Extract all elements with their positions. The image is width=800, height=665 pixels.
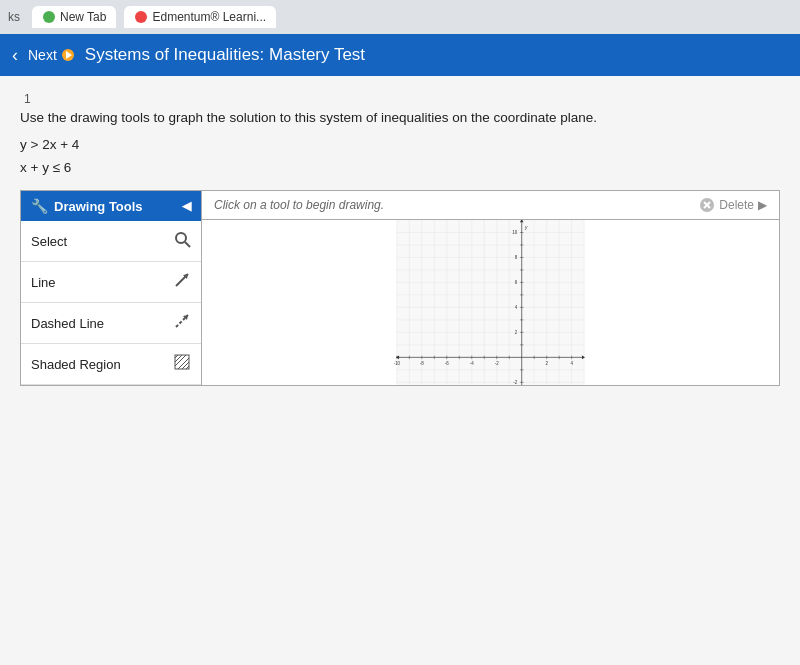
svg-text:y: y [524, 225, 528, 230]
tools-header-label: Drawing Tools [54, 199, 143, 214]
tool-line[interactable]: Line [21, 262, 201, 303]
svg-text:-6: -6 [445, 361, 449, 366]
edmentum-tab-icon [134, 10, 148, 24]
app-header: ‹ Next Systems of Inequalities: Mastery … [0, 34, 800, 76]
inequality-2: x + y ≤ 6 [20, 157, 780, 180]
graph-svg: -10 -8 -6 -4 -2 2 4 [202, 220, 779, 385]
tool-select-label: Select [31, 234, 67, 249]
right-panel: Click on a tool to begin drawing. Delete… [202, 190, 780, 386]
wrench-icon: 🔧 [31, 198, 48, 214]
new-tab-icon [42, 10, 56, 24]
delete-label: Delete [719, 198, 754, 212]
svg-rect-10 [175, 355, 189, 369]
svg-line-5 [185, 242, 190, 247]
delete-icon [699, 197, 715, 213]
svg-text:-8: -8 [420, 361, 424, 366]
tool-line-label: Line [31, 275, 56, 290]
content-area: 1 Use the drawing tools to graph the sol… [0, 76, 800, 665]
svg-line-12 [175, 355, 182, 362]
svg-rect-20 [397, 220, 584, 385]
back-nav-text: ks [8, 10, 20, 24]
drawing-area: 🔧 Drawing Tools ◀ Select Line Dashed Lin… [20, 190, 780, 386]
question-instruction: Use the drawing tools to graph the solut… [20, 108, 780, 128]
tool-select[interactable]: Select [21, 221, 201, 262]
page-title: Systems of Inequalities: Mastery Test [85, 45, 365, 65]
tab-new-tab[interactable]: New Tab [32, 6, 116, 28]
svg-line-15 [182, 362, 189, 369]
svg-text:-2: -2 [513, 380, 517, 385]
select-tool-icon [173, 230, 191, 252]
shaded-region-tool-icon [173, 353, 191, 375]
dashed-line-tool-icon [173, 312, 191, 334]
next-button[interactable]: Next [28, 47, 75, 63]
hint-bar: Click on a tool to begin drawing. Delete… [202, 190, 780, 220]
coordinate-graph[interactable]: -10 -8 -6 -4 -2 2 4 [202, 220, 780, 386]
back-button[interactable]: ‹ [12, 45, 18, 66]
next-label: Next [28, 47, 57, 63]
svg-text:-2: -2 [495, 361, 499, 366]
line-tool-icon [173, 271, 191, 293]
svg-point-0 [43, 11, 55, 23]
svg-text:-10: -10 [394, 361, 401, 366]
hint-text: Click on a tool to begin drawing. [214, 198, 384, 212]
drawing-tools-panel: 🔧 Drawing Tools ◀ Select Line Dashed Lin… [20, 190, 202, 386]
collapse-icon[interactable]: ◀ [182, 199, 191, 213]
forward-arrow-icon: ▶ [758, 198, 767, 212]
delete-button[interactable]: Delete ▶ [699, 197, 767, 213]
tab2-label: Edmentum® Learni... [152, 10, 266, 24]
svg-point-4 [176, 233, 186, 243]
tab-bar: ks New Tab Edmentum® Learni... [0, 0, 800, 34]
question-number: 1 [24, 92, 780, 106]
tool-dashed-line[interactable]: Dashed Line [21, 303, 201, 344]
tools-header: 🔧 Drawing Tools ◀ [21, 191, 201, 221]
next-icon [61, 48, 75, 62]
tool-dashed-line-label: Dashed Line [31, 316, 104, 331]
svg-text:10: 10 [512, 230, 517, 235]
tool-shaded-region[interactable]: Shaded Region [21, 344, 201, 385]
inequality-1: y > 2x + 4 [20, 134, 780, 157]
svg-text:-4: -4 [470, 361, 474, 366]
tool-shaded-region-label: Shaded Region [31, 357, 121, 372]
tab-edmentum[interactable]: Edmentum® Learni... [124, 6, 276, 28]
tab1-label: New Tab [60, 10, 106, 24]
svg-point-1 [135, 11, 147, 23]
